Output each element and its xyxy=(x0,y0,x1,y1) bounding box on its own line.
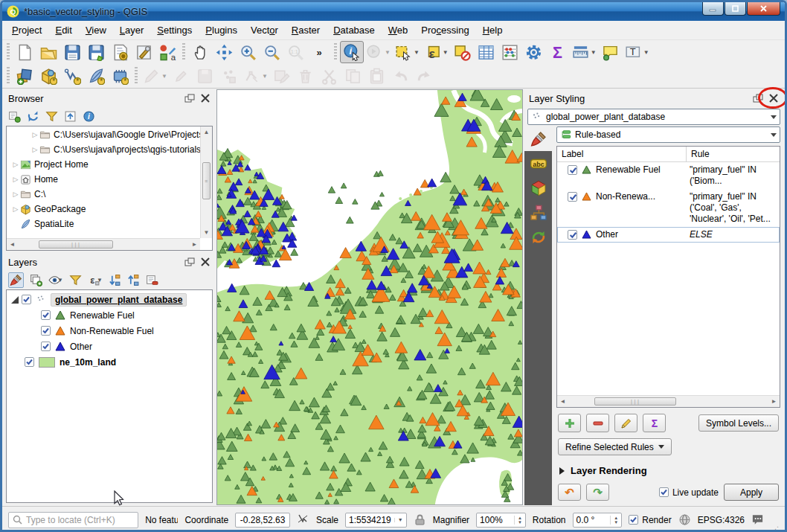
add-group-button[interactable] xyxy=(30,274,42,286)
layers-tree[interactable]: global_power_plant_databaseRenewable Fue… xyxy=(6,289,213,503)
render-checkbox[interactable]: Render xyxy=(629,515,671,525)
layer-legend-item[interactable]: Renewable Fuel xyxy=(7,307,212,323)
browser-item[interactable]: ▷C:\ xyxy=(7,187,200,202)
rule-row[interactable]: Non-Renewa..."primary_fuel" IN ('Coal', … xyxy=(557,189,780,227)
copy-features-button[interactable] xyxy=(341,65,365,87)
filter-legend-button[interactable] xyxy=(69,274,82,286)
show-layout-manager-button[interactable] xyxy=(132,41,155,63)
locate-input[interactable]: Type to locate (Ctrl+K) xyxy=(8,512,138,528)
processing-toolbox-button[interactable] xyxy=(522,41,546,63)
identify-features-button[interactable]: i xyxy=(340,41,364,63)
tab-3d-view[interactable] xyxy=(524,176,552,200)
menu-vector[interactable]: Vector xyxy=(244,22,285,39)
data-source-manager-button[interactable] xyxy=(13,65,36,87)
zoom-out-button[interactable] xyxy=(260,41,283,63)
menu-plugins[interactable]: Plugins xyxy=(199,22,244,39)
style-manager-button[interactable]: a xyxy=(155,41,179,63)
menu-view[interactable]: View xyxy=(79,22,113,39)
menu-layer[interactable]: Layer xyxy=(113,22,151,39)
rules-horizontal-scrollbar[interactable]: ◄ ∣∣∣ ► xyxy=(557,395,780,407)
sum-rules-button[interactable]: Σ xyxy=(643,414,666,432)
zoom-full-button[interactable] xyxy=(212,41,236,63)
browser-item[interactable]: ▷Project Home xyxy=(7,157,200,172)
redo-style-button[interactable]: ↷ xyxy=(586,484,609,501)
toolbar-overflow-button[interactable]: » xyxy=(307,41,331,63)
open-attribute-table-button[interactable] xyxy=(475,41,498,63)
cut-features-button[interactable] xyxy=(318,65,341,87)
undo-style-button[interactable]: ↶ xyxy=(558,484,581,501)
browser-item[interactable]: ▷GeoPackage xyxy=(7,202,200,217)
browser-item[interactable]: ▷C:\Users\ujaval\Google Drive\Projects xyxy=(7,127,200,142)
zoom-native-button[interactable]: 1:1 xyxy=(283,41,307,63)
collapse-caret-icon[interactable] xyxy=(11,296,19,304)
rule-row[interactable]: OtherELSE xyxy=(557,227,780,243)
current-edits-button[interactable]: ▼ xyxy=(141,65,170,87)
remove-layer-button[interactable] xyxy=(146,274,158,286)
modify-attributes-button[interactable] xyxy=(270,65,294,87)
rotation-spinner[interactable]: 0.0 ° ▲▼ xyxy=(573,513,623,528)
browser-vertical-scrollbar[interactable]: ▲ ≡ ▼ xyxy=(200,126,212,238)
delete-selected-button[interactable] xyxy=(294,65,318,87)
browser-refresh-button[interactable] xyxy=(27,110,39,123)
open-project-button[interactable] xyxy=(36,41,60,63)
layer-legend-item[interactable]: Non-Renewable Fuel xyxy=(7,323,212,339)
save-project-as-button[interactable] xyxy=(84,41,108,63)
float-panel-icon[interactable] xyxy=(753,94,763,103)
layer-rendering-section[interactable]: Layer Rendering xyxy=(556,458,780,481)
menu-raster[interactable]: Raster xyxy=(285,22,327,39)
rule-row[interactable]: Renewable Fuel"primary_fuel" IN ('Biom..… xyxy=(557,162,780,189)
open-layer-styling-panel-button[interactable] xyxy=(8,272,24,288)
menu-settings[interactable]: Settings xyxy=(150,22,199,39)
close-panel-icon[interactable] xyxy=(200,257,211,267)
browser-add-layers-button[interactable] xyxy=(8,110,21,123)
title-bar[interactable]: Q *basic_vector_styling - QGIS xyxy=(2,2,785,21)
filter-by-expression-button[interactable]: ε▼ xyxy=(88,274,103,286)
new-project-button[interactable] xyxy=(13,41,36,63)
toggle-editing-button[interactable] xyxy=(170,65,193,87)
new-shapefile-layer-button[interactable]: * xyxy=(60,65,84,87)
toolbar-grip[interactable] xyxy=(334,43,337,61)
map-canvas[interactable] xyxy=(216,89,523,505)
layer-selector-combo[interactable]: global_power_plant_database xyxy=(527,109,780,125)
coordinate-input[interactable]: -0.28,52.63 xyxy=(235,513,290,528)
save-project-button[interactable] xyxy=(60,41,84,63)
close-panel-icon[interactable] xyxy=(768,94,779,103)
extents-toggle-icon[interactable] xyxy=(297,513,309,526)
map-tips-button[interactable] xyxy=(599,41,623,63)
layer-legend-item[interactable]: Other xyxy=(7,339,212,354)
close-panel-icon[interactable] xyxy=(200,94,211,103)
live-update-checkbox[interactable]: Live update xyxy=(659,487,719,498)
toolbar-grip[interactable] xyxy=(182,43,185,61)
new-print-layout-button[interactable] xyxy=(108,41,132,63)
browser-filter-button[interactable] xyxy=(45,110,58,123)
save-layer-edits-button[interactable] xyxy=(193,65,217,87)
close-button[interactable] xyxy=(747,2,780,16)
tab-symbology[interactable] xyxy=(524,126,552,151)
pan-map-button[interactable] xyxy=(188,41,212,63)
tab-history[interactable] xyxy=(524,225,552,249)
zoom-in-button[interactable] xyxy=(236,41,260,63)
toolbar-grip[interactable] xyxy=(135,67,138,85)
refine-selected-rules-button[interactable]: Refine Selected Rules xyxy=(558,438,672,455)
renderer-combo[interactable]: Rule-based xyxy=(556,126,780,143)
new-geopackage-layer-button[interactable]: * xyxy=(36,65,60,87)
run-feature-action-button[interactable]: ▼ xyxy=(364,41,393,63)
manage-map-themes-button[interactable]: ▼ xyxy=(48,274,63,286)
float-panel-icon[interactable] xyxy=(184,257,195,267)
undo-button[interactable] xyxy=(389,65,413,87)
layer-item-land[interactable]: ne_10m_land xyxy=(7,354,212,370)
scale-combo[interactable]: 1:5534219 ▼ xyxy=(345,513,407,528)
menu-help[interactable]: Help xyxy=(476,22,510,39)
browser-tree[interactable]: ▷C:\Users\ujaval\Google Drive\Projects▷C… xyxy=(6,126,213,251)
rule-tree[interactable]: Label Rule Renewable Fuel"primary_fuel" … xyxy=(556,146,780,408)
tab-diagrams[interactable] xyxy=(524,200,552,225)
text-annotation-button[interactable]: T▼ xyxy=(623,41,652,63)
browser-item[interactable]: ▷Home xyxy=(7,172,200,187)
add-feature-button[interactable] xyxy=(217,65,241,87)
collapse-all-button[interactable] xyxy=(127,274,140,286)
expand-all-button[interactable] xyxy=(109,274,121,286)
select-features-button[interactable]: ▼ xyxy=(393,41,422,63)
minimize-button[interactable] xyxy=(702,2,724,16)
menu-project[interactable]: Project xyxy=(5,22,48,39)
lock-scale-icon[interactable] xyxy=(414,513,426,526)
